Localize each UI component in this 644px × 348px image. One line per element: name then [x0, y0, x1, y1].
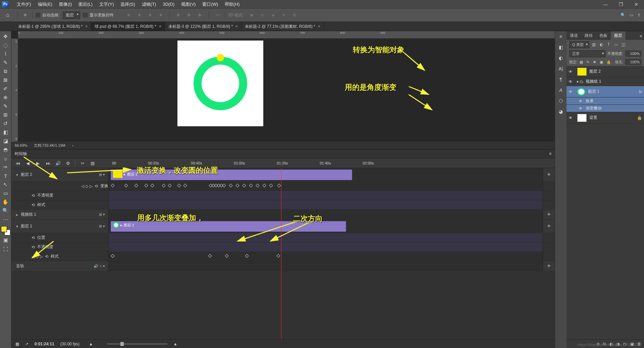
quickmask-tool[interactable]: ▣: [1, 236, 11, 244]
visibility-icon[interactable]: 👁: [579, 99, 585, 103]
layer-row[interactable]: 👁 背景 🔒: [567, 112, 644, 124]
char-panel-icon[interactable]: A|: [559, 66, 563, 71]
lock-transparency-icon[interactable]: ▦: [580, 60, 584, 64]
eyedropper-tool[interactable]: ✐: [1, 85, 11, 93]
menu-select[interactable]: 选择(S): [117, 0, 138, 8]
doc-tab[interactable]: 球.psd @ 66.7% (图层 1, RGB/8) *×: [91, 22, 165, 31]
distribute-icon[interactable]: ⊪: [196, 11, 204, 19]
lock-position-icon[interactable]: ✥: [593, 60, 598, 64]
visibility-icon[interactable]: 👁: [579, 106, 585, 111]
doc-tab[interactable]: 未标题-3 @ 122% (图层 1, RGB/8) *×: [165, 22, 241, 31]
share-icon[interactable]: ⇪: [637, 13, 641, 17]
stamp-tool[interactable]: ⊞: [1, 111, 11, 119]
home-button[interactable]: ⌂: [3, 11, 12, 19]
add-track-button[interactable]: +: [543, 168, 555, 181]
adjustments-panel-icon[interactable]: ◐: [559, 55, 563, 61]
chevron-right-icon[interactable]: ›: [72, 143, 73, 147]
keyframe-track[interactable]: [109, 252, 543, 261]
search-icon[interactable]: 🔍: [621, 13, 626, 17]
tab-swatches[interactable]: 色板: [596, 31, 611, 40]
layer-name[interactable]: 视频组 1: [586, 79, 601, 84]
more-icon[interactable]: ⋯: [214, 11, 222, 19]
layer-thumb[interactable]: [577, 68, 587, 76]
expand-icon[interactable]: ▸: [16, 212, 18, 217]
path-tool[interactable]: ↖: [1, 181, 11, 189]
close-icon[interactable]: ×: [235, 24, 238, 29]
layer-thumb[interactable]: [577, 88, 585, 95]
align-icon[interactable]: ≡: [146, 11, 154, 19]
visibility-icon[interactable]: 👁: [569, 79, 575, 84]
panel-menu-icon[interactable]: ≡: [638, 32, 644, 40]
layer-effect-item[interactable]: 👁 渐变叠加: [567, 105, 644, 112]
tab-layers[interactable]: 图层: [611, 31, 626, 40]
align-icon[interactable]: ≡: [157, 11, 165, 19]
mute-icon[interactable]: 🔊: [55, 160, 61, 166]
close-icon[interactable]: ×: [318, 24, 320, 29]
distribute-icon[interactable]: ⊪: [185, 11, 193, 19]
track-options-icon[interactable]: ⊞ ▾: [99, 172, 105, 177]
frames-mode-icon[interactable]: ▦: [15, 342, 19, 346]
properties-panel-icon[interactable]: ◧: [559, 45, 563, 50]
filter-type-icon[interactable]: T: [606, 42, 611, 47]
autoselect-target[interactable]: 图层: [63, 11, 80, 19]
lock-brush-icon[interactable]: ✎: [586, 60, 591, 64]
3d-panel-icon[interactable]: ⬡: [559, 98, 563, 103]
tab-channels[interactable]: 通道: [567, 31, 581, 40]
eraser-tool[interactable]: ◧: [1, 128, 11, 136]
healing-tool[interactable]: ⊕: [1, 93, 11, 101]
gradient-tool[interactable]: ◪: [1, 137, 11, 145]
layer-effects-row[interactable]: 👁 效果: [567, 97, 644, 105]
frame-tool[interactable]: ⊠: [1, 76, 11, 84]
layer-filter-dropdown[interactable]: Q 类型: [569, 41, 589, 48]
filter-pixel-icon[interactable]: ▧: [591, 42, 597, 47]
distribute-icon[interactable]: ⊪: [174, 11, 182, 19]
panel-menu-icon[interactable]: ≡: [549, 151, 551, 156]
settings-icon[interactable]: ⚙: [65, 160, 71, 166]
layer-thumb[interactable]: [577, 114, 587, 122]
window-minimize[interactable]: —: [598, 0, 613, 8]
opacity-value[interactable]: 100%: [625, 51, 641, 57]
visibility-icon[interactable]: 👁: [569, 116, 575, 120]
keyframe-track[interactable]: [109, 182, 543, 191]
history-brush-tool[interactable]: ↺: [1, 120, 11, 128]
layer-name[interactable]: 图层 1: [588, 89, 599, 94]
next-frame-icon[interactable]: ⏭: [45, 160, 51, 166]
layer-group-row[interactable]: 👁 ▾ 🗀 视频组 1: [567, 77, 644, 86]
wand-tool[interactable]: ✎: [1, 59, 11, 67]
layer-row[interactable]: 👁 图层 1 fx: [567, 86, 644, 97]
type-tool[interactable]: T: [1, 172, 11, 180]
visibility-icon[interactable]: 👁: [569, 89, 575, 94]
layer-name[interactable]: 背景: [589, 115, 597, 121]
export-icon[interactable]: ↗: [25, 342, 29, 346]
history-panel-icon[interactable]: ≡: [559, 34, 562, 39]
window-close[interactable]: ✕: [629, 0, 644, 8]
playhead[interactable]: [281, 168, 281, 339]
menu-help[interactable]: 帮助(H): [221, 0, 243, 8]
align-icon[interactable]: ≡: [124, 11, 132, 19]
zoom-value[interactable]: 66.69%: [15, 143, 27, 147]
brush-tool[interactable]: ✎: [1, 102, 11, 110]
hand-tool[interactable]: ✋: [1, 198, 11, 206]
glyphs-panel-icon[interactable]: A: [559, 87, 562, 93]
menu-filter[interactable]: 滤镜(T): [139, 0, 160, 8]
video-clip[interactable]: ▸ 图层 2: [111, 169, 352, 180]
play-icon[interactable]: ▶: [35, 160, 41, 166]
tab-paths[interactable]: 路径: [581, 31, 596, 40]
menu-type[interactable]: 文字(Y): [96, 0, 117, 8]
menu-edit[interactable]: 编辑(E): [35, 0, 56, 8]
menu-layer[interactable]: 图层(L): [75, 0, 96, 8]
screenmode-tool[interactable]: ⛶: [1, 245, 11, 253]
doc-tab[interactable]: 未标题-2 @ 77.1% (原图素材, RGB/8) *×: [241, 22, 324, 31]
marquee-tool[interactable]: ◌: [1, 41, 11, 49]
align-icon[interactable]: ≡: [135, 11, 143, 19]
close-icon[interactable]: ×: [85, 24, 88, 29]
menu-file[interactable]: 文件(F): [13, 0, 35, 8]
fill-value[interactable]: 100%: [625, 59, 641, 65]
fx-badge[interactable]: fx: [639, 89, 642, 94]
layer-name[interactable]: 图层 2: [589, 69, 601, 74]
paragraph-panel-icon[interactable]: ¶: [559, 77, 562, 82]
window-restore[interactable]: ❐: [613, 0, 629, 8]
add-track-button[interactable]: +: [543, 220, 555, 233]
lock-all-icon[interactable]: 🔒: [606, 60, 611, 64]
crop-tool[interactable]: ⧉: [1, 67, 11, 75]
